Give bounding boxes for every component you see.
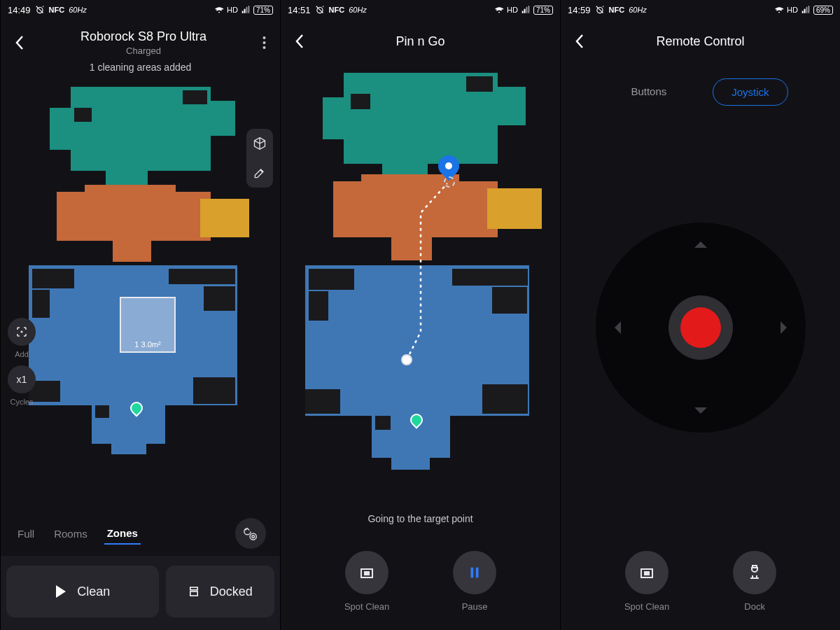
- clean-button[interactable]: Clean: [6, 566, 159, 617]
- screen-remote-control: 14:59 NFC 60Hz HD 69% Remote Control But…: [560, 0, 840, 630]
- zone-selection[interactable]: 1 3.0m²: [120, 297, 176, 353]
- cycles-label: Cycles: [10, 398, 33, 406]
- svg-rect-11: [471, 568, 474, 578]
- alarm-off-icon: [35, 5, 45, 15]
- wifi-icon: [214, 5, 224, 15]
- status-hd: HD: [507, 6, 518, 14]
- back-button[interactable]: [288, 29, 312, 53]
- screen-pin-n-go: 14:51 NFC 60Hz HD 71% Pin n Go: [280, 0, 560, 630]
- status-bar: 14:59 NFC 60Hz HD 69%: [561, 0, 840, 20]
- joystick-thumb[interactable]: [668, 295, 733, 360]
- add-zone-label: Add: [15, 350, 29, 358]
- spot-clean-label: Spot Clean: [624, 601, 669, 612]
- spot-clean-button[interactable]: [345, 551, 388, 594]
- alarm-off-icon: [595, 5, 605, 15]
- status-nfc: NFC: [49, 6, 65, 14]
- status-hd: HD: [787, 6, 798, 14]
- add-zone-button[interactable]: [8, 318, 36, 346]
- chevron-right-icon: [780, 321, 793, 334]
- cycles-button[interactable]: x1: [8, 365, 36, 393]
- vac-mop-toggle-button[interactable]: [235, 518, 266, 549]
- toggle-joystick[interactable]: Joystick: [713, 78, 788, 106]
- edit-map-button[interactable]: [246, 158, 273, 188]
- tab-full[interactable]: Full: [15, 524, 37, 544]
- header: Roborock S8 Pro Ultra Charged: [1, 20, 280, 62]
- status-time: 14:49: [8, 5, 31, 15]
- play-icon: [55, 584, 67, 598]
- svg-point-4: [250, 533, 256, 540]
- header: Remote Control: [561, 20, 840, 59]
- spot-clean-label: Spot Clean: [344, 601, 389, 612]
- bottom-actions: Spot Clean Dock: [561, 542, 840, 630]
- status-hd: HD: [227, 6, 238, 14]
- status-battery: 71%: [533, 6, 553, 15]
- svg-point-3: [263, 46, 266, 49]
- zone-selection-label: 1 3.0m²: [121, 340, 174, 349]
- dock-label: Dock: [744, 601, 765, 612]
- map-left-toolbar: Add x1 Cycles: [8, 318, 36, 406]
- status-battery: 69%: [813, 6, 833, 15]
- chevron-down-icon: [694, 407, 707, 420]
- pause-button[interactable]: [453, 551, 496, 594]
- tab-rooms[interactable]: Rooms: [51, 524, 90, 544]
- header: Pin n Go: [281, 20, 560, 59]
- svg-rect-10: [365, 572, 369, 575]
- svg-rect-15: [645, 572, 649, 575]
- map-area[interactable]: [281, 59, 560, 506]
- svg-point-2: [263, 41, 266, 44]
- status-nfc: NFC: [609, 6, 625, 14]
- status-bar: 14:51 NFC 60Hz HD 71%: [281, 0, 560, 20]
- wifi-icon: [494, 5, 504, 15]
- signal-icon: [521, 5, 531, 15]
- status-hz: 60Hz: [349, 6, 367, 14]
- dock-button[interactable]: [733, 551, 776, 594]
- bottom-actions: Spot Clean Pause: [281, 542, 560, 630]
- svg-rect-16: [752, 566, 757, 568]
- mode-tabs: Full Rooms Zones: [1, 511, 280, 556]
- map-side-toolbar: [246, 129, 273, 188]
- svg-rect-7: [190, 592, 198, 596]
- signal-icon: [241, 5, 251, 15]
- wifi-icon: [774, 5, 784, 15]
- status-nfc: NFC: [329, 6, 345, 14]
- status-hz: 60Hz: [629, 6, 647, 14]
- svg-rect-12: [476, 568, 479, 578]
- back-button[interactable]: [568, 29, 592, 53]
- bottom-actions: Clean Docked: [1, 556, 280, 630]
- chevron-up-icon: [694, 235, 707, 248]
- status-time: 14:51: [288, 5, 311, 15]
- back-button[interactable]: [8, 31, 31, 55]
- page-title: Pin n Go: [312, 34, 529, 49]
- svg-point-1: [263, 36, 266, 39]
- joystick-pad[interactable]: [596, 223, 806, 433]
- spot-clean-button[interactable]: [625, 551, 668, 594]
- chevron-left-icon: [608, 321, 621, 334]
- svg-rect-6: [190, 587, 198, 590]
- robot-position: [401, 354, 412, 365]
- page-title: Remote Control: [592, 34, 809, 49]
- dock-icon: [188, 585, 200, 598]
- signal-icon: [801, 5, 811, 15]
- tab-zones[interactable]: Zones: [104, 523, 141, 545]
- control-mode-toggle: Buttons Joystick: [561, 59, 840, 113]
- status-bar: 14:49 NFC 60Hz HD 71%: [1, 0, 280, 20]
- pause-label: Pause: [462, 601, 488, 612]
- status-battery: 71%: [253, 6, 273, 15]
- target-pin[interactable]: [438, 155, 459, 176]
- status-note: Going to the target point: [281, 506, 560, 542]
- screen-main: 14:49 NFC 60Hz HD 71% Roborock S8 Pro Ul…: [0, 0, 280, 630]
- map-area[interactable]: 1 3.0m² Add x1 C: [1, 80, 280, 511]
- toggle-buttons[interactable]: Buttons: [612, 78, 685, 106]
- alarm-off-icon: [315, 5, 325, 15]
- svg-point-5: [252, 536, 255, 538]
- page-subtitle: Charged: [31, 46, 255, 56]
- status-hz: 60Hz: [69, 6, 87, 14]
- page-title: Roborock S8 Pro Ultra: [31, 29, 255, 44]
- dock-status-button[interactable]: Docked: [166, 566, 274, 617]
- planned-path: [302, 66, 547, 486]
- areas-added-label: 1 cleaning areas added: [1, 62, 280, 80]
- status-time: 14:59: [568, 5, 591, 15]
- more-options-button[interactable]: [255, 31, 273, 54]
- view-3d-button[interactable]: [246, 129, 273, 158]
